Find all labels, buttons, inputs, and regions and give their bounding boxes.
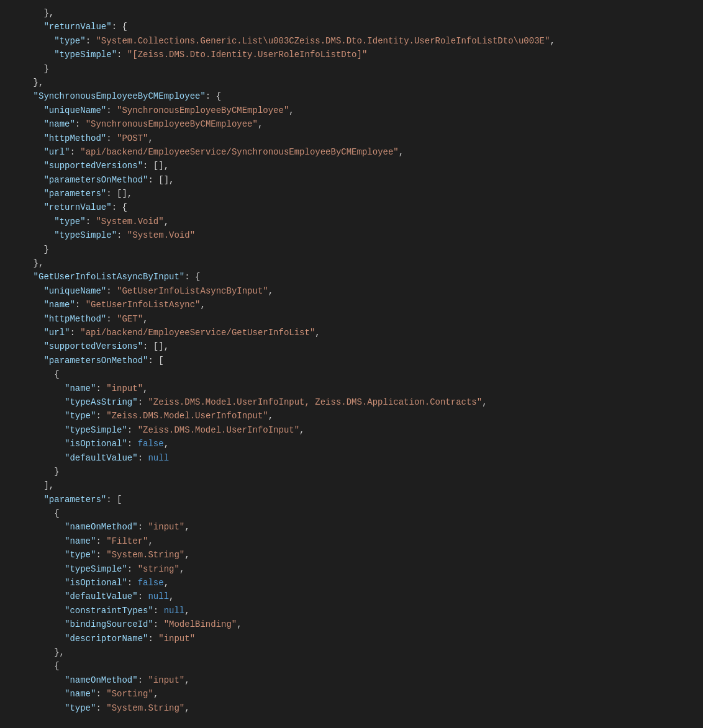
code-line: }, [12, 256, 691, 270]
code-line: "typeSimple": "Zeiss.DMS.Model.UserInfoI… [12, 423, 691, 437]
code-line: "isOptional": false, [12, 576, 691, 590]
code-line: "type": "System.String", [12, 701, 691, 715]
code-line: "uniqueName": "GetUserInfoListAsyncByInp… [12, 284, 691, 298]
code-line: "supportedVersions": [], [12, 159, 691, 173]
code-line: } [12, 465, 691, 479]
code-line: }, [12, 645, 691, 659]
code-line: "type": "System.Collections.Generic.List… [12, 34, 691, 48]
code-line: { [12, 367, 691, 381]
code-line: "name": "SynchronousEmployeeByCMEmployee… [12, 117, 691, 131]
code-line: "defaultValue": null [12, 451, 691, 465]
code-line: "parametersOnMethod": [ [12, 354, 691, 367]
code-line: "descriptorName": "input" [12, 632, 691, 645]
code-line: } [12, 243, 691, 256]
code-line: "SynchronousEmployeeByCMEmployee": { [12, 89, 691, 103]
code-line: "nameOnMethod": "input", [12, 673, 691, 687]
code-line: "name": "Sorting", [12, 687, 691, 701]
code-line: "bindingSourceId": "ModelBinding", [12, 618, 691, 631]
code-line: "parameters": [], [12, 187, 691, 200]
code-line: "name": "Filter", [12, 534, 691, 548]
code-line: "GetUserInfoListAsyncByInput": { [12, 270, 691, 284]
code-line: "typeSimple": "[Zeiss.DMS.Dto.Identity.U… [12, 48, 691, 61]
code-line: "url": "api/backend/EmployeeService/Sync… [12, 145, 691, 159]
code-line: "defaultValue": null, [12, 590, 691, 603]
code-line: "type": "Zeiss.DMS.Model.UserInfoInput", [12, 409, 691, 423]
code-line: "httpMethod": "GET", [12, 312, 691, 326]
code-line: "typeSimple": "System.Void" [12, 228, 691, 242]
code-line: "parametersOnMethod": [], [12, 173, 691, 187]
code-line: "type": "System.Void", [12, 215, 691, 228]
code-line: "typeSimple": "string", [12, 562, 691, 576]
code-line: } [12, 62, 691, 76]
code-line: "returnValue": { [12, 200, 691, 214]
code-line: ], [12, 479, 691, 492]
code-line: "constraintTypes": null, [12, 604, 691, 618]
code-line: "name": "input", [12, 382, 691, 395]
code-line: "uniqueName": "SynchronousEmployeeByCMEm… [12, 104, 691, 117]
code-line: "url": "api/backend/EmployeeService/GetU… [12, 326, 691, 339]
code-line: "name": "GetUserInfoListAsync", [12, 298, 691, 312]
code-line: { [12, 659, 691, 673]
code-line: "nameOnMethod": "input", [12, 520, 691, 534]
code-line: { [12, 506, 691, 520]
code-line: "type": "System.String", [12, 548, 691, 562]
code-line: "parameters": [ [12, 493, 691, 506]
code-viewer: }, "returnValue": { "type": "System.Coll… [0, 0, 703, 721]
code-line: "isOptional": false, [12, 437, 691, 451]
code-line: "typeAsString": "Zeiss.DMS.Model.UserInf… [12, 395, 691, 409]
code-line: }, [12, 6, 691, 20]
code-line: "httpMethod": "POST", [12, 132, 691, 145]
code-line: }, [12, 76, 691, 89]
code-line: "supportedVersions": [], [12, 339, 691, 353]
code-line: "returnValue": { [12, 20, 691, 34]
